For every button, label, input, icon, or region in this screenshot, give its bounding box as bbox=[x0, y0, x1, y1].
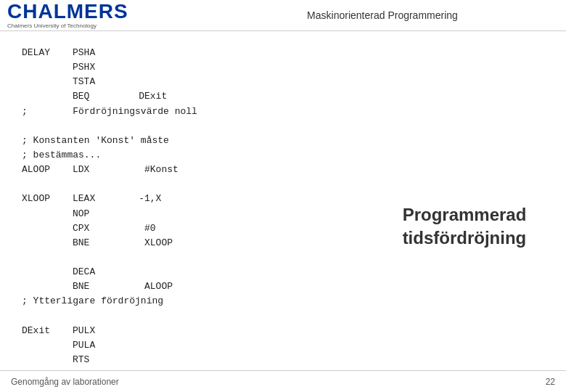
footer-left-text: Genomgång av laborationer bbox=[11, 377, 119, 387]
code-label-empty7 bbox=[22, 265, 73, 279]
code-line-blank1 bbox=[22, 119, 385, 134]
header: CHALMERS Chalmers University of Technolo… bbox=[0, 0, 566, 31]
code-instr-cpx: CPX bbox=[73, 221, 116, 236]
code-instr-bne2: BNE bbox=[73, 279, 116, 294]
code-instr-deca: DECA bbox=[73, 265, 116, 279]
code-instr-ldx: LDX bbox=[73, 163, 116, 177]
code-line-comment-konst: ; Konstanten 'Konst' måste bbox=[22, 134, 385, 148]
code-label-empty10 bbox=[22, 353, 73, 367]
code-line-pula: PULA bbox=[22, 338, 385, 353]
code-line-cpx: CPX #0 bbox=[22, 221, 385, 236]
code-line-delay-psha: DELAYPSHA bbox=[22, 46, 385, 60]
code-label-dexit: DExit bbox=[22, 324, 73, 338]
code-label-empty4 bbox=[22, 207, 73, 221]
code-comment-ytterligare: ; Ytterligare fördröjning bbox=[22, 294, 163, 309]
code-instr-pula: PULA bbox=[73, 338, 116, 353]
code-instr-pulx: PULX bbox=[73, 324, 116, 338]
code-line-aloop-ldx: ALOOPLDX #Konst bbox=[22, 163, 385, 177]
main-content: DELAYPSHA PSHX TSTA BEQ DExit ; Fördröjn… bbox=[0, 31, 566, 370]
callout-line2: tidsfördröjning bbox=[403, 228, 527, 248]
code-operand-bne-xloop: XLOOP bbox=[116, 236, 173, 250]
code-operand-cpx: #0 bbox=[116, 221, 156, 236]
code-comment-fordrojning: ; Fördröjningsvärde noll bbox=[22, 105, 197, 119]
code-label-aloop: ALOOP bbox=[22, 163, 73, 177]
code-instr-leax: LEAX bbox=[73, 192, 116, 206]
code-label-empty3 bbox=[22, 89, 73, 104]
code-line-dexit-pulx: DExitPULX bbox=[22, 324, 385, 338]
course-title: Maskinorienterad Programmering bbox=[206, 9, 559, 21]
code-instr-tsta: TSTA bbox=[73, 75, 116, 89]
footer: Genomgång av laborationer 22 bbox=[0, 370, 566, 392]
code-line-comment-ytterligare: ; Ytterligare fördröjning bbox=[22, 294, 385, 309]
code-instr-pshx: PSHX bbox=[73, 60, 116, 75]
code-operand-dexit1: DExit bbox=[116, 89, 167, 104]
code-instr-rts: RTS bbox=[73, 353, 116, 367]
code-line-pshx: PSHX bbox=[22, 60, 385, 75]
code-label-empty1 bbox=[22, 60, 73, 75]
code-label-empty9 bbox=[22, 338, 73, 353]
code-operand-bne-aloop: ALOOP bbox=[116, 279, 173, 294]
code-label-empty5 bbox=[22, 221, 73, 236]
code-listing: DELAYPSHA PSHX TSTA BEQ DExit ; Fördröjn… bbox=[22, 46, 385, 363]
code-comment-bestammas: ; bestämmas... bbox=[22, 148, 101, 163]
chalmers-logo-subtitle: Chalmers University of Technology bbox=[7, 23, 206, 29]
code-label-empty2 bbox=[22, 75, 73, 89]
code-line-comment-best: ; bestämmas... bbox=[22, 148, 385, 163]
chalmers-logo-title: CHALMERS bbox=[7, 1, 206, 22]
footer-page-number: 22 bbox=[546, 377, 555, 387]
code-line-blank4 bbox=[22, 309, 385, 324]
code-line-nop: NOP bbox=[22, 207, 385, 221]
code-line-tsta: TSTA bbox=[22, 75, 385, 89]
callout-line1: Programmerad bbox=[403, 205, 527, 224]
code-line-bne-aloop: BNE ALOOP bbox=[22, 279, 385, 294]
code-operand-konst: #Konst bbox=[116, 163, 179, 177]
code-line-blank3 bbox=[22, 250, 385, 265]
chalmers-logo-area: CHALMERS Chalmers University of Technolo… bbox=[7, 1, 206, 29]
code-instr-beq: BEQ bbox=[73, 89, 116, 104]
code-line-blank2 bbox=[22, 177, 385, 192]
code-line-comment-frd: ; Fördröjningsvärde noll bbox=[22, 105, 385, 119]
code-instr-bne1: BNE bbox=[73, 236, 116, 250]
code-line-beq: BEQ DExit bbox=[22, 89, 385, 104]
code-label-xloop: XLOOP bbox=[22, 192, 73, 206]
callout-text: Programmerad tidsfördröjning bbox=[403, 203, 527, 248]
code-line-bne-xloop: BNE XLOOP bbox=[22, 236, 385, 250]
code-label-empty6 bbox=[22, 236, 73, 250]
code-comment-konst: ; Konstanten 'Konst' måste bbox=[22, 134, 169, 148]
code-instr-nop: NOP bbox=[73, 207, 116, 221]
code-instr-psha: PSHA bbox=[73, 46, 116, 60]
code-label-empty8 bbox=[22, 279, 73, 294]
code-label-delay: DELAY bbox=[22, 46, 73, 60]
code-line-rts: RTS bbox=[22, 353, 385, 367]
code-line-xloop-leax: XLOOPLEAX -1,X bbox=[22, 192, 385, 206]
code-operand-leax: -1,X bbox=[116, 192, 161, 206]
code-line-deca: DECA bbox=[22, 265, 385, 279]
callout-box: Programmerad tidsfördröjning bbox=[385, 89, 544, 363]
